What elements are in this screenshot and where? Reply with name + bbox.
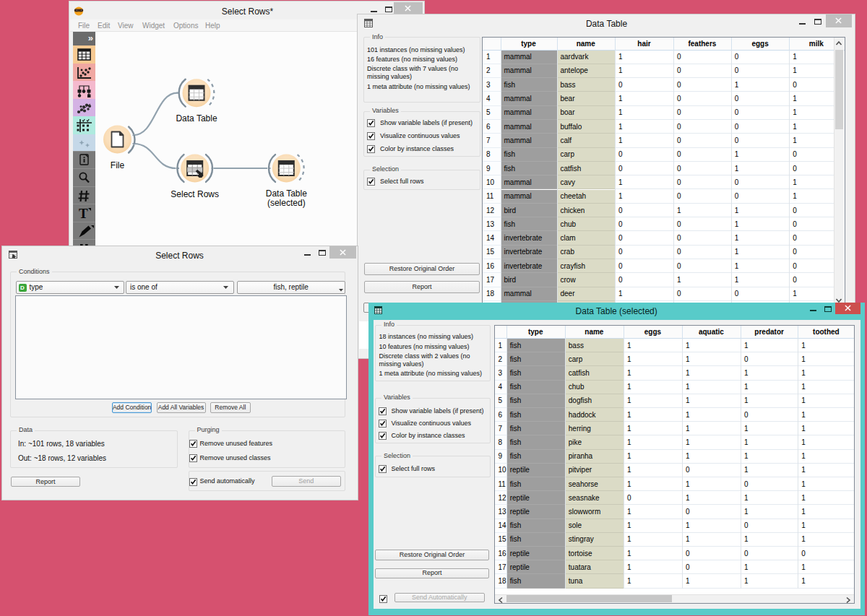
svg-text:T: T — [79, 206, 88, 221]
